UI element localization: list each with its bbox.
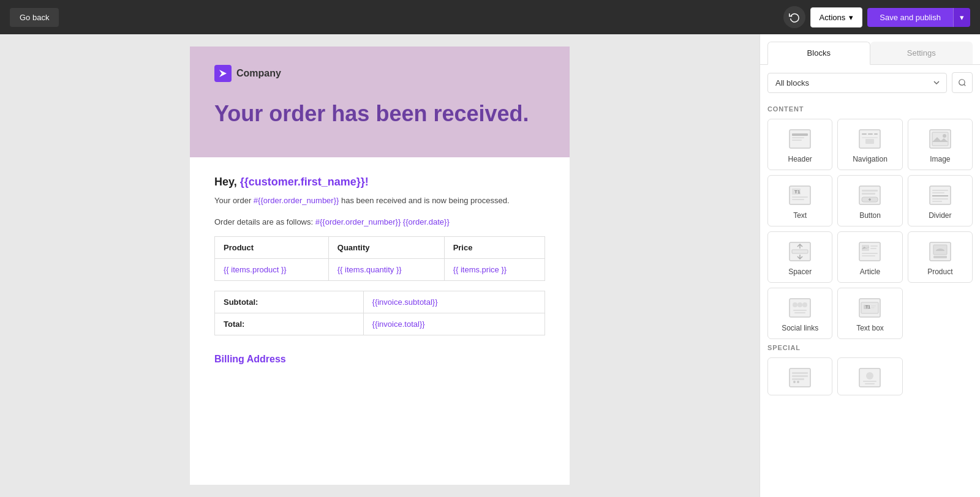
svg-rect-6 (792, 140, 802, 141)
blocks-grid-special (767, 357, 973, 395)
spacer-block-label: Spacer (788, 267, 812, 276)
navigation-block-label: Navigation (853, 155, 888, 163)
spacer-icon-svg (788, 241, 812, 262)
tab-blocks[interactable]: Blocks (767, 42, 870, 65)
actions-button[interactable]: Actions ▾ (810, 7, 863, 28)
order-details-line: Order details are as follows: #{{order.o… (214, 217, 545, 226)
svg-rect-8 (862, 133, 867, 135)
svg-rect-31 (932, 198, 948, 200)
text-box-icon-svg: T1 (858, 297, 881, 318)
svg-rect-42 (862, 255, 875, 256)
svg-rect-61 (792, 378, 804, 380)
svg-rect-57 (871, 307, 875, 308)
search-button[interactable] (952, 72, 973, 93)
block-divider[interactable]: Divider (908, 175, 973, 226)
text-box-block-label: Text box (856, 324, 884, 332)
product-block-label: Product (927, 267, 952, 276)
svg-rect-29 (932, 192, 944, 193)
svg-rect-40 (870, 248, 876, 249)
svg-rect-32 (932, 201, 942, 202)
col-quantity: Quantity (328, 237, 444, 259)
history-button[interactable] (783, 6, 805, 28)
email-body: Hey, {{customer.first_name}}! Your order… (190, 157, 570, 383)
svg-text:T1: T1 (865, 305, 870, 309)
block-product[interactable]: Product (908, 231, 973, 283)
special-1-icon-svg (788, 367, 812, 388)
svg-point-65 (866, 372, 873, 379)
svg-rect-58 (790, 368, 810, 387)
svg-rect-12 (865, 139, 874, 144)
topbar: Go back Actions ▾ Save and publish ▾ (0, 0, 980, 34)
block-text-box[interactable]: T1 Text box (837, 288, 902, 339)
block-special-2[interactable] (837, 357, 902, 395)
invoice-table: Subtotal: {{invoice.subtotal}} Total: {{… (214, 291, 545, 335)
svg-rect-60 (792, 375, 808, 377)
blocks-filter: All blocks Content Special (760, 65, 980, 100)
subtotal-value: {{invoice.subtotal}} (363, 291, 545, 313)
col-price: Price (444, 237, 545, 259)
special-1-block-icon (788, 367, 812, 389)
order-table-row: {{ items.product }} {{ items.quantity }}… (215, 259, 545, 281)
svg-rect-3 (790, 130, 810, 148)
invoice-subtotal-row: Subtotal: {{invoice.subtotal}} (215, 291, 545, 313)
save-publish-dropdown-button[interactable]: ▾ (953, 8, 970, 27)
cell-product: {{ items.product }} (215, 259, 329, 281)
svg-rect-20 (792, 199, 804, 200)
svg-rect-28 (932, 190, 948, 191)
header-block-icon (788, 128, 812, 150)
svg-rect-10 (874, 133, 878, 135)
save-publish-button[interactable]: Save and publish (867, 8, 953, 27)
svg-rect-50 (793, 310, 807, 311)
block-header[interactable]: Header (767, 119, 832, 170)
article-icon-svg (858, 241, 881, 262)
svg-point-63 (797, 381, 799, 383)
block-navigation[interactable]: Navigation (837, 119, 902, 170)
block-special-1[interactable] (767, 357, 832, 395)
invoice-total-row: Total: {{invoice.total}} (215, 313, 545, 335)
block-spacer[interactable]: Spacer (767, 231, 832, 283)
product-block-icon (928, 241, 952, 263)
text-icon-svg: T1 (788, 185, 812, 206)
topbar-right: Actions ▾ Save and publish ▾ (783, 6, 970, 28)
topbar-left: Go back (10, 8, 59, 27)
svg-rect-22 (862, 190, 878, 192)
order-text: Your order #{{order.order_number}} has b… (214, 196, 545, 205)
svg-point-48 (797, 302, 802, 307)
svg-rect-59 (792, 372, 808, 374)
block-text[interactable]: T1 Text (767, 175, 832, 226)
blocks-filter-select[interactable]: All blocks Content Special (767, 73, 947, 93)
svg-point-62 (793, 381, 796, 383)
social-links-block-icon (788, 297, 812, 319)
svg-rect-5 (792, 137, 804, 138)
svg-rect-45 (933, 256, 947, 258)
actions-label: Actions (820, 13, 846, 22)
button-icon-svg (858, 185, 881, 206)
block-button[interactable]: Button (837, 175, 902, 226)
svg-rect-19 (792, 196, 808, 198)
block-social-links[interactable]: Social links (767, 288, 832, 339)
canvas-area[interactable]: Company Your order has been received. He… (0, 34, 760, 497)
navigation-icon-svg (858, 129, 881, 149)
social-links-block-label: Social links (782, 324, 818, 332)
svg-rect-36 (792, 250, 808, 253)
divider-block-label: Divider (929, 211, 951, 220)
blocks-grid-row2: T1 Text (767, 175, 973, 226)
email-hero-title: Your order has been received. (214, 100, 545, 127)
col-product: Product (215, 237, 329, 259)
order-table: Product Quantity Price {{ items.product … (214, 236, 545, 281)
go-back-button[interactable]: Go back (10, 8, 59, 27)
svg-point-1 (959, 80, 965, 85)
block-article[interactable]: Article (837, 231, 902, 283)
block-image[interactable]: Image (908, 119, 973, 170)
image-block-label: Image (930, 155, 950, 163)
article-block-icon (858, 241, 882, 263)
history-icon (789, 12, 800, 23)
greeting-var: {{customer.first_name}}! (240, 176, 369, 188)
tab-settings[interactable]: Settings (870, 42, 973, 64)
billing-heading: Billing Address (214, 348, 545, 365)
company-logo: Company (214, 65, 545, 82)
blocks-grid-row4: Social links T1 Text box (767, 288, 973, 339)
svg-rect-51 (794, 312, 805, 313)
details-var: #{{order.order_number}} {{order.date}} (315, 217, 450, 226)
text-box-block-icon: T1 (858, 297, 882, 319)
